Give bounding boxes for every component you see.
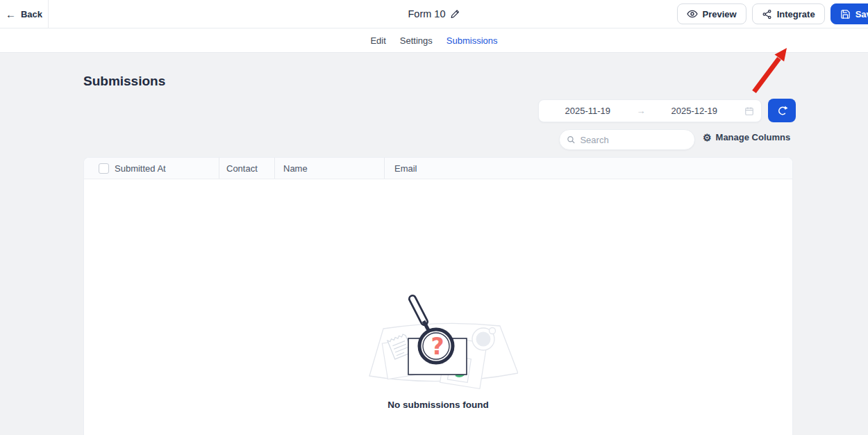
- eye-icon: [687, 8, 698, 19]
- svg-text:?: ?: [431, 333, 444, 360]
- save-disk-icon: [840, 9, 851, 19]
- search-icon: [567, 135, 575, 145]
- header-cell-select: [84, 158, 109, 179]
- top-bar: ← Back Form 10 Preview Integrate: [0, 0, 868, 28]
- back-label: Back: [21, 9, 42, 19]
- preview-button[interactable]: Preview: [677, 3, 746, 24]
- form-title-area: Form 10: [408, 0, 460, 28]
- back-button[interactable]: ← Back: [0, 0, 49, 28]
- date-end-value[interactable]: 2025-12-19: [646, 106, 744, 116]
- gear-icon: ⚙: [703, 133, 712, 142]
- share-icon: [762, 9, 772, 19]
- edit-title-pencil-icon[interactable]: [451, 9, 460, 19]
- header-cell-submitted-at: Submitted At: [109, 158, 219, 179]
- search-box: [559, 129, 695, 150]
- submissions-page: Submissions 2025-11-19 → 2025-12-19 ⚙ Ma…: [0, 53, 868, 435]
- calendar-icon: [744, 106, 754, 116]
- date-range-picker[interactable]: 2025-11-19 → 2025-12-19: [538, 99, 762, 122]
- range-arrow-icon: →: [637, 106, 646, 116]
- table-header-row: Submitted At Contact Name Email: [84, 158, 792, 179]
- back-arrow-icon: ←: [6, 9, 16, 19]
- refresh-icon: [776, 105, 788, 117]
- save-button[interactable]: Save: [831, 3, 868, 24]
- tab-settings[interactable]: Settings: [400, 35, 433, 46]
- date-start-value[interactable]: 2025-11-19: [539, 106, 637, 116]
- empty-state: ? No submissions found: [358, 288, 518, 410]
- manage-columns-button[interactable]: ⚙ Manage Columns: [703, 132, 790, 142]
- tab-submissions[interactable]: Submissions: [446, 35, 498, 46]
- integrate-button[interactable]: Integrate: [752, 3, 825, 24]
- empty-state-illustration: ?: [358, 288, 518, 394]
- search-input[interactable]: [580, 135, 687, 145]
- header-cell-contact: Contact: [219, 158, 274, 179]
- refresh-button[interactable]: [768, 99, 796, 122]
- header-cell-email: Email: [384, 158, 792, 179]
- page-title: Submissions: [83, 74, 165, 89]
- submissions-table: Submitted At Contact Name Email: [83, 157, 793, 435]
- header-cell-name: Name: [274, 158, 384, 179]
- form-title: Form 10: [408, 8, 446, 19]
- select-all-checkbox[interactable]: [99, 163, 109, 174]
- empty-state-message: No submissions found: [358, 400, 518, 410]
- form-tabs: Edit Settings Submissions: [0, 28, 868, 53]
- topbar-actions: Preview Integrate Save: [677, 3, 868, 24]
- tab-edit[interactable]: Edit: [370, 35, 385, 46]
